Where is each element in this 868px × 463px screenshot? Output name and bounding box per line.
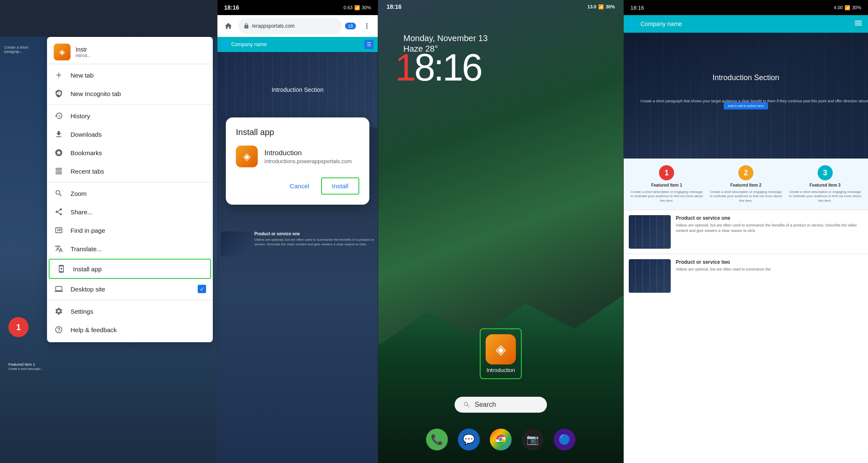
bookmarks-icon	[54, 148, 64, 158]
ls-status-icons: 13.0 📶 30%	[588, 3, 615, 10]
p2-hero-image: Introduction Section	[217, 52, 378, 127]
help-label: Help & feedback	[71, 326, 206, 333]
p2-url-text: /erappsportals.com	[252, 23, 295, 29]
chrome-bar-p2: /erappsportals.com 18	[217, 15, 378, 37]
product-image-2	[629, 259, 671, 293]
desktop-site-checkbox[interactable]: ✓	[198, 285, 206, 293]
lockscreen-status-bar: 18:16 13.0 📶 30%	[378, 0, 623, 13]
dialog-app-icon: ◈	[236, 146, 258, 167]
install-app-label: Install app	[73, 265, 204, 273]
feature-item-3: 3 Featured Item 3 Create a short descrip…	[789, 165, 861, 203]
p2-more-btn[interactable]	[359, 18, 374, 34]
install-button[interactable]: Install	[321, 177, 359, 195]
svg-rect-5	[855, 24, 862, 25]
install-app-dialog: Install app ◈ Introduction introductions…	[226, 117, 369, 205]
app-dock: 📞 💬 📷 🔵	[426, 429, 575, 450]
menu-item-translate[interactable]: Translate...	[47, 239, 213, 258]
incognito-icon	[54, 88, 64, 99]
product-img-lines-2	[629, 259, 671, 293]
p2-url-bar[interactable]: /erappsportals.com	[238, 18, 342, 34]
cancel-button[interactable]: Cancel	[281, 177, 318, 195]
desktop-site-label: Desktop site	[71, 286, 191, 293]
ls-battery: 30%	[606, 4, 615, 9]
p4-intro-section: Introduction Section Create a short para…	[624, 33, 868, 159]
menu-divider-2	[47, 182, 213, 182]
feature-title-2: Featured Item 2	[730, 183, 761, 187]
translate-icon	[54, 244, 64, 254]
translate-label: Translate...	[71, 245, 206, 252]
p4-intro-content: Introduction Section Create a short para…	[624, 73, 868, 118]
p4-hamburger-icon[interactable]	[854, 18, 863, 30]
product-title-2: Product or service two	[676, 259, 863, 265]
p4-status-time: 18:16	[630, 5, 644, 11]
settings-label: Settings	[71, 308, 206, 315]
feature-num-1: 1	[659, 165, 674, 180]
p4-signal: 4.00	[834, 5, 843, 10]
menu-item-install-app[interactable]: Install app	[49, 259, 211, 279]
lockscreen-time: 18:16	[395, 46, 481, 89]
menu-item-recent-tabs[interactable]: Recent tabs	[47, 162, 213, 180]
dialog-app-row: ◈ Introduction introductions.powerappspo…	[236, 146, 359, 167]
new-tab-label: New tab	[71, 72, 206, 79]
p4-product-section-1: Product or service one Videos are option…	[624, 210, 868, 254]
ls-wifi: 📶	[598, 4, 604, 10]
status-icons-p2: 0.63 📶 30%	[344, 5, 371, 10]
dock-messages[interactable]: 💬	[458, 429, 480, 450]
feature-item-1: 1 Featured Item 1 Create a short descrip…	[630, 165, 703, 203]
menu-item-find[interactable]: Find in page	[47, 221, 213, 239]
page-text: Create a short paragrap...	[4, 45, 46, 54]
p4-company-name: Company name	[641, 21, 682, 27]
p4-wifi: 📶	[844, 5, 850, 10]
app-icon-circle: ◈	[486, 334, 516, 364]
dock-camera[interactable]: 📷	[522, 429, 544, 450]
share-icon	[54, 207, 64, 217]
p2-home-btn[interactable]	[221, 18, 236, 34]
menu-item-bookmarks[interactable]: Bookmarks	[47, 143, 213, 162]
svg-rect-4	[855, 23, 862, 23]
menu-item-help[interactable]: Help & feedback	[47, 320, 213, 339]
recent-tabs-icon	[54, 166, 64, 176]
feature-desc-1: Create a short description or engaging m…	[630, 190, 703, 203]
incognito-label: New Incognito tab	[71, 90, 206, 97]
ls-time: 18:16	[387, 3, 402, 10]
featured-item-bg: Featured Item 1Create a short descriptio…	[8, 362, 46, 371]
ls-time-rest: 8:16	[414, 47, 481, 88]
menu-item-share[interactable]: Share...	[47, 203, 213, 221]
zoom-label: Zoom	[71, 190, 206, 197]
homescreen-app-icon[interactable]: ◈ Introduction	[480, 328, 522, 379]
p4-cta-button[interactable]: Add a call to action here	[724, 102, 768, 109]
menu-item-history[interactable]: History	[47, 107, 213, 125]
menu-item-zoom[interactable]: Zoom	[47, 184, 213, 203]
help-icon	[54, 325, 64, 335]
menu-item-new-tab[interactable]: New tab	[47, 66, 213, 84]
dock-nav[interactable]: 🔵	[554, 429, 575, 450]
menu-item-downloads[interactable]: Downloads	[47, 125, 213, 143]
p2-product-text: Product or service one Videos are option…	[254, 232, 374, 257]
feature-title-1: Featured Item 1	[651, 183, 682, 187]
circle-badge-1: 1	[8, 317, 29, 337]
find-label: Find in page	[71, 227, 206, 234]
dock-chrome[interactable]	[490, 429, 512, 450]
status-bar-panel2: 18:16 0.63 📶 30%	[217, 0, 378, 15]
wifi-p2: 📶	[354, 5, 360, 10]
signal-p2: 0.63	[344, 5, 353, 10]
dialog-app-info: Introduction introductions.powerappsport…	[264, 149, 352, 164]
downloads-icon	[54, 129, 64, 139]
zoom-icon	[54, 188, 64, 198]
feature-num-3: 3	[818, 165, 833, 180]
menu-item-settings[interactable]: Settings	[47, 302, 213, 320]
p2-tab-count[interactable]: 18	[345, 23, 356, 29]
lockscreen-search-bar[interactable]: Search	[455, 397, 547, 413]
dock-phone[interactable]: 📞	[426, 429, 448, 450]
feature-desc-3: Create a short description or engaging m…	[789, 190, 861, 203]
recent-tabs-label: Recent tabs	[71, 168, 206, 175]
p4-topbar: 🌐 Company name	[624, 15, 868, 33]
menu-item-incognito[interactable]: New Incognito tab	[47, 84, 213, 103]
p2-company-name: Company name	[231, 42, 267, 47]
menu-item-desktop-site[interactable]: Desktop site ✓	[47, 280, 213, 298]
app-icon-label: Introduction	[486, 367, 515, 373]
product-desc-2: Videos are optional, but are often used …	[676, 267, 863, 272]
menu-divider-1	[47, 104, 213, 105]
menu-app-info: Instr introd...	[76, 46, 91, 58]
settings-icon	[54, 306, 64, 316]
